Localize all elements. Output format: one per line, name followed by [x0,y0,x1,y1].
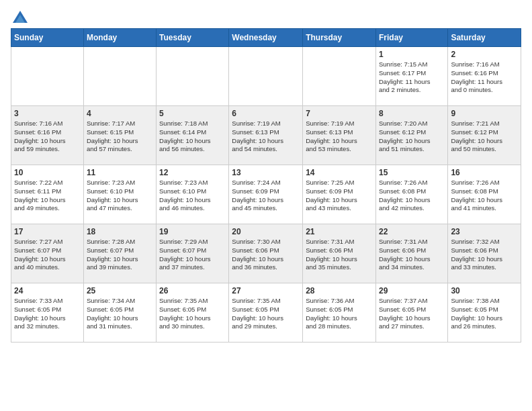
day-info: Sunrise: 7:23 AM Sunset: 6:10 PM Dayligh… [159,179,226,213]
day-number: 7 [306,109,373,118]
day-info: Sunrise: 7:20 AM Sunset: 6:12 PM Dayligh… [379,120,445,154]
day-info: Sunrise: 7:23 AM Sunset: 6:10 PM Dayligh… [87,179,153,213]
day-number: 24 [14,286,81,295]
calendar-cell: 24Sunrise: 7:33 AM Sunset: 6:05 PM Dayli… [11,283,84,342]
day-info: Sunrise: 7:27 AM Sunset: 6:07 PM Dayligh… [14,238,81,272]
day-info: Sunrise: 7:38 AM Sunset: 6:05 PM Dayligh… [451,297,518,331]
day-info: Sunrise: 7:26 AM Sunset: 6:08 PM Dayligh… [451,179,518,213]
day-number: 12 [159,168,226,177]
weekday-header: Monday [83,29,156,47]
weekday-header: Sunday [11,29,84,47]
day-number: 30 [451,286,518,295]
calendar-cell: 13Sunrise: 7:24 AM Sunset: 6:09 PM Dayli… [229,165,303,224]
day-number: 9 [451,109,518,118]
calendar-cell [83,47,156,106]
day-number: 23 [451,227,518,236]
calendar-cell [303,47,376,106]
calendar-cell: 26Sunrise: 7:35 AM Sunset: 6:05 PM Dayli… [157,283,229,342]
calendar-cell: 11Sunrise: 7:23 AM Sunset: 6:10 PM Dayli… [83,165,156,224]
calendar-cell: 12Sunrise: 7:23 AM Sunset: 6:10 PM Dayli… [157,165,229,224]
calendar-cell: 10Sunrise: 7:22 AM Sunset: 6:11 PM Dayli… [11,165,84,224]
day-info: Sunrise: 7:32 AM Sunset: 6:06 PM Dayligh… [451,238,518,272]
calendar-week-row: 17Sunrise: 7:27 AM Sunset: 6:07 PM Dayli… [11,224,521,283]
day-info: Sunrise: 7:17 AM Sunset: 6:15 PM Dayligh… [87,120,153,154]
day-info: Sunrise: 7:25 AM Sunset: 6:09 PM Dayligh… [306,179,373,213]
day-info: Sunrise: 7:19 AM Sunset: 6:13 PM Dayligh… [306,120,373,154]
calendar-cell: 5Sunrise: 7:18 AM Sunset: 6:14 PM Daylig… [157,106,229,165]
day-number: 1 [379,50,445,59]
day-number: 8 [379,109,445,118]
day-number: 15 [379,168,445,177]
logo-icon [13,11,28,23]
calendar-cell: 9Sunrise: 7:21 AM Sunset: 6:12 PM Daylig… [448,106,521,165]
day-info: Sunrise: 7:31 AM Sunset: 6:06 PM Dayligh… [379,238,445,272]
day-number: 11 [87,168,153,177]
day-info: Sunrise: 7:33 AM Sunset: 6:05 PM Dayligh… [14,297,81,331]
weekday-header: Tuesday [157,29,229,47]
day-number: 29 [379,286,445,295]
day-number: 3 [14,109,81,118]
day-info: Sunrise: 7:35 AM Sunset: 6:05 PM Dayligh… [232,297,300,331]
calendar-cell: 14Sunrise: 7:25 AM Sunset: 6:09 PM Dayli… [303,165,376,224]
calendar-cell: 20Sunrise: 7:30 AM Sunset: 6:06 PM Dayli… [229,224,303,283]
weekday-header: Thursday [303,29,376,47]
day-number: 18 [87,227,153,236]
page-header [11,11,521,20]
day-info: Sunrise: 7:22 AM Sunset: 6:11 PM Dayligh… [14,179,81,213]
day-number: 10 [14,168,81,177]
day-number: 19 [159,227,226,236]
day-number: 25 [87,286,153,295]
day-info: Sunrise: 7:19 AM Sunset: 6:13 PM Dayligh… [232,120,300,154]
calendar-cell: 28Sunrise: 7:36 AM Sunset: 6:05 PM Dayli… [303,283,376,342]
day-info: Sunrise: 7:29 AM Sunset: 6:07 PM Dayligh… [159,238,226,272]
calendar-week-row: 10Sunrise: 7:22 AM Sunset: 6:11 PM Dayli… [11,165,521,224]
day-number: 28 [306,286,373,295]
calendar-table: SundayMondayTuesdayWednesdayThursdayFrid… [11,28,521,342]
calendar-cell: 29Sunrise: 7:37 AM Sunset: 6:05 PM Dayli… [375,283,447,342]
day-number: 27 [232,286,300,295]
day-info: Sunrise: 7:16 AM Sunset: 6:16 PM Dayligh… [14,120,81,154]
calendar-cell: 3Sunrise: 7:16 AM Sunset: 6:16 PM Daylig… [11,106,84,165]
calendar-cell: 23Sunrise: 7:32 AM Sunset: 6:06 PM Dayli… [448,224,521,283]
calendar-cell: 6Sunrise: 7:19 AM Sunset: 6:13 PM Daylig… [229,106,303,165]
calendar-cell: 27Sunrise: 7:35 AM Sunset: 6:05 PM Dayli… [229,283,303,342]
day-number: 21 [306,227,373,236]
day-info: Sunrise: 7:21 AM Sunset: 6:12 PM Dayligh… [451,120,518,154]
day-number: 14 [306,168,373,177]
day-number: 2 [451,50,518,59]
day-number: 6 [232,109,300,118]
day-number: 5 [159,109,226,118]
day-info: Sunrise: 7:24 AM Sunset: 6:09 PM Dayligh… [232,179,300,213]
day-number: 22 [379,227,445,236]
day-info: Sunrise: 7:28 AM Sunset: 6:07 PM Dayligh… [87,238,153,272]
day-info: Sunrise: 7:16 AM Sunset: 6:16 PM Dayligh… [451,60,518,95]
day-number: 13 [232,168,300,177]
day-info: Sunrise: 7:37 AM Sunset: 6:05 PM Dayligh… [379,297,445,331]
weekday-header: Friday [375,29,447,47]
day-info: Sunrise: 7:31 AM Sunset: 6:06 PM Dayligh… [306,238,373,272]
calendar-cell: 4Sunrise: 7:17 AM Sunset: 6:15 PM Daylig… [83,106,156,165]
calendar-cell: 30Sunrise: 7:38 AM Sunset: 6:05 PM Dayli… [448,283,521,342]
weekday-header: Saturday [448,29,521,47]
calendar-cell: 8Sunrise: 7:20 AM Sunset: 6:12 PM Daylig… [375,106,447,165]
calendar-week-row: 3Sunrise: 7:16 AM Sunset: 6:16 PM Daylig… [11,106,521,165]
weekday-header: Wednesday [229,29,303,47]
calendar-cell: 18Sunrise: 7:28 AM Sunset: 6:07 PM Dayli… [83,224,156,283]
calendar-cell: 17Sunrise: 7:27 AM Sunset: 6:07 PM Dayli… [11,224,84,283]
logo [11,11,28,20]
calendar-week-row: 1Sunrise: 7:15 AM Sunset: 6:17 PM Daylig… [11,47,521,106]
calendar-cell: 16Sunrise: 7:26 AM Sunset: 6:08 PM Dayli… [448,165,521,224]
day-info: Sunrise: 7:26 AM Sunset: 6:08 PM Dayligh… [379,179,445,213]
calendar-cell: 19Sunrise: 7:29 AM Sunset: 6:07 PM Dayli… [157,224,229,283]
day-number: 20 [232,227,300,236]
calendar-cell: 22Sunrise: 7:31 AM Sunset: 6:06 PM Dayli… [375,224,447,283]
day-info: Sunrise: 7:15 AM Sunset: 6:17 PM Dayligh… [379,60,445,95]
calendar-cell: 7Sunrise: 7:19 AM Sunset: 6:13 PM Daylig… [303,106,376,165]
day-info: Sunrise: 7:35 AM Sunset: 6:05 PM Dayligh… [159,297,226,331]
calendar-cell: 2Sunrise: 7:16 AM Sunset: 6:16 PM Daylig… [448,47,521,106]
day-number: 16 [451,168,518,177]
day-number: 26 [159,286,226,295]
calendar-cell: 1Sunrise: 7:15 AM Sunset: 6:17 PM Daylig… [375,47,447,106]
day-info: Sunrise: 7:34 AM Sunset: 6:05 PM Dayligh… [87,297,153,331]
day-number: 17 [14,227,81,236]
